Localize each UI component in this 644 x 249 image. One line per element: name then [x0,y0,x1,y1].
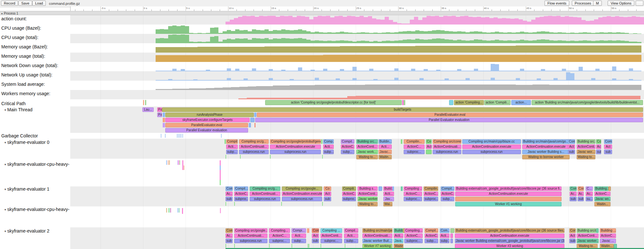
trace-span[interactable]: Building s... [358,186,378,191]
thread-label[interactable]: Critical Path [1,101,25,106]
trace-span[interactable] [321,139,322,144]
counter-row-4[interactable]: Memory usage (total): [0,53,644,62]
disclosure-triangle-icon[interactable]: ▾ [5,108,6,112]
event-tick[interactable] [169,160,170,165]
trace-span[interactable]: Compiling... [404,228,423,233]
trace-span[interactable]: Building src/ma... [577,228,596,233]
trace-span[interactable]: subprocess.run [234,239,267,243]
trace-span[interactable]: ActionContinuation.execute [462,144,521,149]
trace-span[interactable]: sub [570,197,577,201]
trace-span[interactable]: ActionC... [342,192,356,196]
counter-row-1[interactable]: CPU usage (Bazel): [0,25,644,34]
trace-span[interactable]: ActionC... [234,192,248,196]
event-tick[interactable] [161,134,161,138]
trace-span[interactable]: Compiling ... [404,186,422,191]
trace-span[interactable]: Ac... [586,192,593,196]
counter-row-5[interactable]: Network Down usage (total): [0,62,644,71]
trace-span[interactable]: subp... [226,150,238,154]
thread-label[interactable]: Garbage Collector [1,133,38,138]
trace-span[interactable]: Ac... [570,192,577,196]
trace-span[interactable]: Comp... [323,139,334,144]
trace-span[interactable]: subproc... [404,197,422,201]
thread-label[interactable]: ▾skyframe-evaluator 2 [1,228,49,234]
event-tick[interactable] [234,244,235,248]
trace-span[interactable]: Compil... [226,139,238,144]
counter-row-7[interactable]: System load average: [0,81,644,90]
trace-span[interactable]: subprocess.run [462,150,521,154]
trace-span[interactable]: Waiting to... [356,155,378,159]
trace-span[interactable]: Waitin... [600,244,614,248]
counter-row-3[interactable]: Memory usage (Bazel): [0,43,644,53]
trace-span[interactable]: sub [596,150,601,154]
trace-span[interactable]: subprocess.run [433,150,461,154]
trace-span[interactable]: sub [568,150,575,154]
event-tick[interactable] [321,244,321,248]
trace-span[interactable] [225,139,226,144]
event-tick[interactable] [292,244,292,248]
event-tick[interactable] [308,244,308,248]
event-tick[interactable] [345,244,345,248]
trace-span[interactable]: subp... [440,239,449,243]
event-tick[interactable] [182,134,183,138]
trace-span[interactable]: subprocess.run [250,197,280,201]
view-options-button[interactable]: View Options [608,1,634,6]
trace-span[interactable] [450,234,453,238]
trace-span[interactable]: action 'Compili... [484,100,511,105]
event-tick[interactable] [179,208,179,213]
trace-span[interactable] [449,100,453,105]
trace-span[interactable]: ActionC... [424,192,438,196]
event-tick[interactable] [220,170,221,180]
trace-span[interactable]: Act [569,234,576,238]
trace-span[interactable]: Building src/main/jav... [362,228,392,233]
event-tick[interactable] [226,155,226,159]
trace-span[interactable]: Buildi... [394,228,403,233]
trace-span[interactable]: Com [226,186,233,191]
trace-span[interactable]: subp... [323,150,334,154]
trace-span[interactable]: Lau... [142,107,154,112]
event-tick[interactable] [184,165,184,170]
trace-span[interactable]: sub [226,197,233,201]
event-tick[interactable] [220,180,221,185]
trace-span[interactable] [426,150,432,154]
trace-span[interactable]: Com [569,228,576,233]
trace-span[interactable]: su... [586,197,593,201]
trace-span[interactable]: subproc... [404,150,425,154]
trace-span[interactable]: Compili... [342,186,356,191]
event-tick[interactable] [178,134,179,138]
trace-span[interactable]: Acti... [383,192,394,196]
trace-span[interactable]: Co [596,139,601,144]
trace-span[interactable]: action 'Compiling src/google/protobuf/de… [265,100,402,105]
trace-span[interactable]: ActionContinuati... [234,234,267,238]
trace-span[interactable] [145,100,146,105]
event-tick[interactable] [182,160,183,170]
trace-span[interactable]: ActionC... [404,192,422,196]
event-tick[interactable] [166,160,167,165]
trace-span[interactable]: Buildin... [379,139,392,144]
trace-span[interactable]: Worker #1 working [455,202,562,206]
trace-span[interactable]: Act [568,144,575,149]
trace-span[interactable]: Acti... [226,144,238,149]
thread-label[interactable]: ▾skyframe-evaluator-cpu-heavy- [1,207,70,212]
event-tick[interactable] [179,160,180,165]
trace-span[interactable]: Waiting to... [577,155,595,159]
trace-span[interactable]: Wai... [383,202,392,206]
trace-span[interactable]: Ac... [226,234,233,238]
disclosure-triangle-icon[interactable]: ▾ [5,188,6,191]
trace-span[interactable]: Waiting to borrow worker [522,155,570,159]
trace-span[interactable]: ActionC... [404,234,423,238]
trace-span[interactable]: Compil... [341,139,354,144]
trace-span[interactable]: ActionContinuation.execute [282,192,322,196]
trace-span[interactable]: Act [596,144,601,149]
trace-span[interactable]: Acti... [344,234,358,238]
disclosure-triangle-icon[interactable]: ▾ [5,163,6,166]
trace-span[interactable]: Compiling src/g... [239,139,269,144]
trace-span[interactable]: Parallel Evaluator evaluation [165,128,248,133]
counter-row-2[interactable]: CPU usage (total): [0,34,644,43]
trace-span[interactable]: Building src... [356,139,378,144]
event-tick[interactable] [178,160,179,165]
event-tick[interactable] [234,202,235,206]
trace-span[interactable] [163,118,165,122]
thread-label[interactable]: ▾skyframe-evaluator 0 [1,140,49,145]
trace-span[interactable]: Par [157,107,162,112]
event-tick[interactable] [220,208,221,213]
